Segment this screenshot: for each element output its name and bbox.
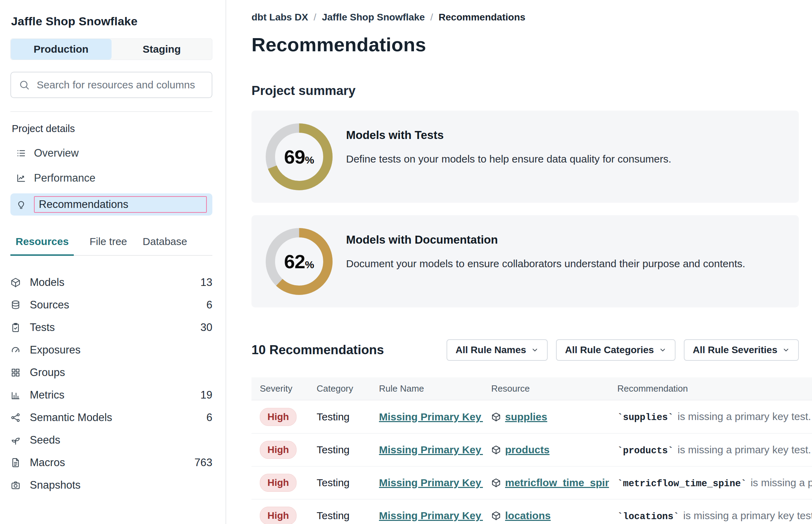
resource-item-groups[interactable]: Groups <box>10 361 212 384</box>
severity-badge: High <box>260 474 297 492</box>
percent-sign: % <box>305 154 314 166</box>
column-header-recommendation: Recommendation <box>609 383 812 394</box>
percent-value: 69 <box>284 146 305 168</box>
sidebar-item-overview[interactable]: Overview <box>10 143 212 163</box>
search-input[interactable] <box>36 79 204 91</box>
sidebar-item-recommendations[interactable]: Recommendations <box>10 193 212 216</box>
cube-icon <box>491 445 501 455</box>
tab-production[interactable]: Production <box>11 39 112 60</box>
resource-label: Semantic Models <box>30 411 112 424</box>
percent-value: 62 <box>284 250 305 273</box>
filter-rule-names-dropdown[interactable]: All Rule Names <box>447 339 548 361</box>
donut-chart-documentation: 62 % <box>265 228 333 295</box>
table-row: High Testing Missing Primary Key Test lo… <box>251 499 812 524</box>
sidebar-item-performance[interactable]: Performance <box>10 168 212 188</box>
resource-link[interactable]: locations <box>505 510 551 522</box>
table-row: High Testing Missing Primary Key Test su… <box>251 400 812 433</box>
resource-item-exposures[interactable]: Exposures <box>10 339 212 361</box>
resource-link[interactable]: metricflow_time_spine <box>505 477 609 489</box>
resource-label: Sources <box>30 299 69 311</box>
resource-item-sources[interactable]: Sources 6 <box>10 294 212 316</box>
rule-name-link[interactable]: Missing Primary Key Test <box>379 444 483 455</box>
rule-name-link[interactable]: Missing Primary Key Test <box>379 411 483 422</box>
breadcrumb-link-project[interactable]: Jaffle Shop Snowflake <box>322 12 425 23</box>
recommendation-text: is missing a primary key test. This test <box>678 444 812 455</box>
card-title: Models with Documentation <box>346 233 745 246</box>
chevron-down-icon <box>659 346 667 354</box>
column-header-resource: Resource <box>483 383 609 394</box>
category-cell: Testing <box>317 477 350 488</box>
project-title: Jaffle Shop Snowflake <box>11 15 212 28</box>
resource-item-snapshots[interactable]: Snapshots <box>10 474 212 496</box>
cube-icon <box>491 412 501 422</box>
filter-rule-severities-dropdown[interactable]: All Rule Severities <box>684 339 799 361</box>
summary-card-models-with-documentation: 62 % Models with Documentation Document … <box>251 215 799 307</box>
search-icon <box>19 79 30 90</box>
chevron-down-icon <box>531 346 539 354</box>
column-header-severity: Severity <box>251 383 308 394</box>
percent-sign: % <box>305 259 314 271</box>
rule-name-link[interactable]: Missing Primary Key Test <box>379 477 483 488</box>
recommendation-code: `metricflow_time_spine` <box>617 479 747 489</box>
resource-link[interactable]: products <box>505 444 549 456</box>
tab-database[interactable]: Database <box>143 231 187 256</box>
resource-item-models[interactable]: Models 13 <box>10 271 212 294</box>
severity-badge: High <box>260 441 297 459</box>
grid-icon <box>10 367 21 378</box>
resource-label: Metrics <box>30 389 64 401</box>
sidebar-item-label: Recommendations <box>34 196 207 213</box>
resource-list: Models 13 Sources 6 Tests 30 Exposures G… <box>10 271 212 496</box>
main-content: dbt Labs DX / Jaffle Shop Snowflake / Re… <box>226 0 812 524</box>
environment-toggle: Production Staging <box>10 38 212 60</box>
tab-file-tree[interactable]: File tree <box>89 231 127 256</box>
sidebar-item-label: Overview <box>34 147 79 159</box>
tab-staging[interactable]: Staging <box>112 39 212 60</box>
resource-item-seeds[interactable]: Seeds <box>10 429 212 451</box>
project-details-nav: Overview Performance Recommendations <box>10 143 212 216</box>
resource-link[interactable]: supplies <box>505 411 547 423</box>
resource-label: Exposures <box>30 344 80 356</box>
donut-value: 69 % <box>265 123 333 191</box>
recommendation-text: is missing a primary key test. This test <box>678 411 812 422</box>
chevron-down-icon <box>782 346 790 354</box>
breadcrumb-separator: / <box>314 12 316 23</box>
rule-name-link[interactable]: Missing Primary Key Test <box>379 510 483 521</box>
severity-badge: High <box>260 408 297 426</box>
resource-label: Tests <box>30 321 55 334</box>
sidebar: Jaffle Shop Snowflake Production Staging… <box>0 0 226 524</box>
category-cell: Testing <box>317 444 350 455</box>
resource-item-metrics[interactable]: Metrics 19 <box>10 384 212 406</box>
cube-icon <box>491 478 501 488</box>
sidebar-divider <box>10 111 212 112</box>
search-box[interactable] <box>10 72 212 98</box>
cube-icon <box>491 511 501 521</box>
resource-item-semantic-models[interactable]: Semantic Models 6 <box>10 406 212 429</box>
lightbulb-icon <box>16 199 26 210</box>
resource-label: Groups <box>30 366 65 379</box>
card-title: Models with Tests <box>346 129 671 142</box>
resource-label: Models <box>30 276 64 289</box>
breadcrumb: dbt Labs DX / Jaffle Shop Snowflake / Re… <box>251 12 812 23</box>
resource-count: 30 <box>201 321 212 334</box>
breadcrumb-link-account[interactable]: dbt Labs DX <box>251 12 308 23</box>
recommendation-text: is missing a primary key <box>751 477 812 488</box>
tab-resources[interactable]: Resources <box>10 231 74 256</box>
category-cell: Testing <box>317 510 350 521</box>
donut-chart-tests: 69 % <box>265 123 333 191</box>
summary-card-models-with-tests: 69 % Models with Tests Define tests on y… <box>251 111 799 203</box>
resource-item-tests[interactable]: Tests 30 <box>10 316 212 339</box>
donut-value: 62 % <box>265 228 333 295</box>
page-title: Recommendations <box>251 33 812 56</box>
table-row: High Testing Missing Primary Key Test me… <box>251 466 812 499</box>
resource-item-macros[interactable]: Macros 763 <box>10 451 212 474</box>
card-text: Models with Tests Define tests on your m… <box>346 123 671 166</box>
breadcrumb-separator: / <box>430 12 433 23</box>
severity-badge: High <box>260 507 297 524</box>
filter-bar: All Rule Names All Rule Categories All R… <box>447 339 799 361</box>
filter-rule-categories-dropdown[interactable]: All Rule Categories <box>556 339 676 361</box>
table-row: High Testing Missing Primary Key Test pr… <box>251 433 812 466</box>
resource-label: Seeds <box>30 434 60 446</box>
filter-label: All Rule Categories <box>565 344 654 356</box>
clipboard-check-icon <box>10 322 21 333</box>
chart-line-icon <box>16 173 26 183</box>
